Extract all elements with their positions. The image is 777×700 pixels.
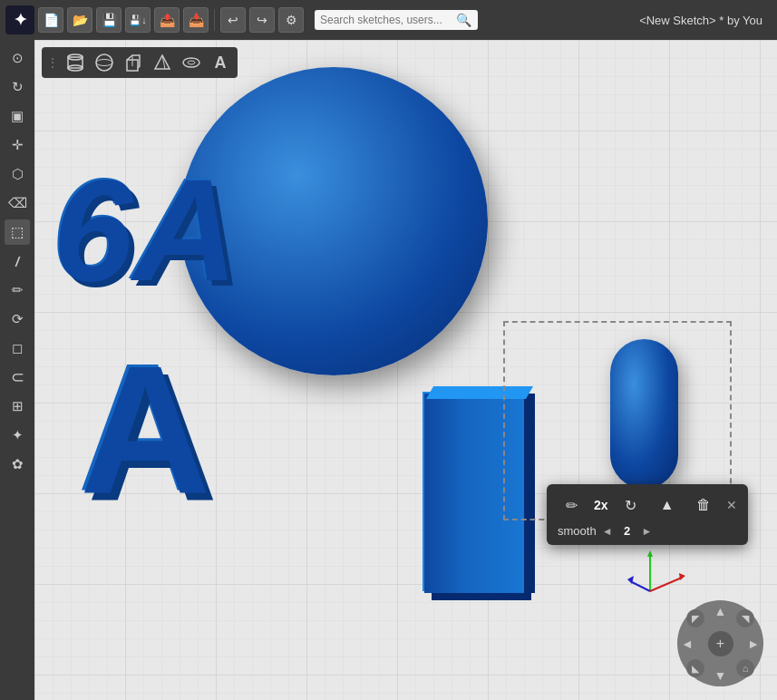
ctx-rotate-button[interactable]: ↻ bbox=[617, 491, 645, 519]
save-button[interactable]: 💾 bbox=[96, 7, 121, 33]
import-button[interactable]: 📥 bbox=[183, 7, 209, 33]
tool-pen[interactable]: / bbox=[5, 248, 30, 274]
nav-arrow-left[interactable]: ◄ bbox=[681, 637, 694, 651]
tool-refresh[interactable]: ⟳ bbox=[5, 306, 30, 332]
tool-magnet[interactable]: ⊂ bbox=[5, 365, 30, 390]
tool-grid[interactable]: ⊞ bbox=[5, 394, 30, 419]
svg-marker-15 bbox=[679, 573, 685, 580]
tool-move[interactable]: ✛ bbox=[5, 132, 30, 158]
smooth-label: smooth bbox=[558, 524, 597, 538]
context-menu-top-row: ✏ 2x ↻ ▲ 🗑 ✕ bbox=[558, 491, 737, 519]
rect-prism-object[interactable] bbox=[424, 394, 524, 593]
shape-toolbar: ⋮ bbox=[42, 47, 238, 78]
tool-extrude[interactable]: ⬡ bbox=[5, 161, 30, 187]
nav-corner-tr[interactable]: ◥ bbox=[736, 609, 754, 627]
ctx-flip-button[interactable]: ▲ bbox=[654, 491, 681, 519]
sketch-title: <New Sketch> * by You bbox=[639, 14, 772, 27]
nav-corner-br[interactable]: ⌂ bbox=[736, 659, 754, 677]
tool-share[interactable]: ✿ bbox=[5, 452, 30, 477]
svg-line-16 bbox=[632, 582, 650, 591]
undo-button[interactable]: ↩ bbox=[220, 7, 246, 33]
ctx-close-button[interactable]: ✕ bbox=[726, 498, 737, 512]
sphere-shape-btn[interactable] bbox=[92, 51, 116, 74]
objects-container: 6A A bbox=[34, 40, 777, 700]
text-a-large-object[interactable]: A bbox=[80, 339, 210, 520]
app-logo: ✦ bbox=[5, 5, 34, 34]
svg-point-6 bbox=[96, 60, 112, 66]
search-container: 🔍 bbox=[315, 10, 478, 30]
pyramid-shape-btn[interactable] bbox=[151, 51, 174, 74]
text3d-shape-btn[interactable]: A bbox=[209, 51, 232, 74]
tool-view3d[interactable]: ⊙ bbox=[5, 45, 30, 71]
new-file-button[interactable]: 📄 bbox=[38, 7, 63, 33]
nav-arrow-right[interactable]: ► bbox=[747, 637, 760, 651]
search-input[interactable] bbox=[320, 14, 456, 26]
nav-cube-body: ▲ ▼ ◄ ► ◤ ◥ ◣ ⌂ + bbox=[677, 600, 763, 686]
context-menu-bottom-row: smooth ◄ 2 ► bbox=[558, 524, 737, 538]
smooth-value: 2 bbox=[618, 524, 636, 538]
ctx-edit-button[interactable]: ✏ bbox=[558, 491, 585, 519]
open-file-button[interactable]: 📂 bbox=[67, 7, 92, 33]
axes-indicator bbox=[614, 537, 686, 609]
nav-cube-center[interactable]: + bbox=[708, 631, 733, 656]
svg-point-11 bbox=[188, 61, 195, 64]
svg-line-14 bbox=[650, 578, 682, 591]
nav-arrow-down[interactable]: ▼ bbox=[714, 668, 727, 683]
context-menu: ✏ 2x ↻ ▲ 🗑 ✕ smooth ◄ 2 ► bbox=[547, 484, 748, 545]
settings-button[interactable]: ⚙ bbox=[278, 7, 304, 33]
svg-point-5 bbox=[96, 54, 112, 71]
tool-shapes[interactable]: ◻ bbox=[5, 335, 30, 361]
tool-draw[interactable]: ✏ bbox=[5, 277, 30, 303]
top-toolbar: ✦ 📄 📂 💾 💾↓ 📤 📥 ↩ ↪ ⚙ 🔍 <New Sketch> * by… bbox=[0, 0, 777, 40]
ctx-count-label: 2x bbox=[594, 498, 608, 512]
drag-handle[interactable]: ⋮ bbox=[47, 56, 58, 69]
viewport[interactable]: ⋮ bbox=[34, 40, 777, 700]
rect-prism-top-face bbox=[426, 386, 533, 399]
save-as-button[interactable]: 💾↓ bbox=[125, 7, 151, 33]
tool-select[interactable]: ⬚ bbox=[5, 219, 30, 245]
separator-1 bbox=[214, 9, 215, 31]
pill-shape-object[interactable] bbox=[610, 339, 678, 489]
smooth-arrow-right[interactable]: ► bbox=[642, 525, 653, 538]
tool-rotate[interactable]: ↻ bbox=[5, 74, 30, 100]
nav-cube[interactable]: ▲ ▼ ◄ ► ◤ ◥ ◣ ⌂ + bbox=[677, 600, 763, 686]
export-button[interactable]: 📤 bbox=[154, 7, 180, 33]
rect-prism-side-face bbox=[522, 394, 535, 593]
redo-button[interactable]: ↪ bbox=[249, 7, 275, 33]
search-icon[interactable]: 🔍 bbox=[456, 13, 471, 27]
cylinder-shape-btn[interactable] bbox=[63, 51, 87, 74]
smooth-arrow-left[interactable]: ◄ bbox=[602, 525, 613, 538]
ctx-delete-button[interactable]: 🗑 bbox=[690, 491, 717, 519]
tool-erase[interactable]: ⌫ bbox=[5, 190, 30, 216]
nav-arrow-up[interactable]: ▲ bbox=[714, 604, 727, 618]
left-sidebar: ⊙ ↻ ▣ ✛ ⬡ ⌫ ⬚ / ✏ ⟳ ◻ ⊂ ⊞ ✦ ✿ bbox=[0, 40, 34, 700]
cube-shape-btn[interactable] bbox=[121, 51, 145, 74]
torus-shape-btn[interactable] bbox=[180, 51, 203, 74]
tool-layers[interactable]: ▣ bbox=[5, 103, 30, 129]
svg-marker-13 bbox=[647, 550, 653, 557]
nav-corner-tl[interactable]: ◤ bbox=[686, 609, 704, 627]
nav-corner-bl[interactable]: ◣ bbox=[686, 659, 704, 677]
text-6a-object[interactable]: 6A bbox=[53, 158, 238, 303]
svg-point-10 bbox=[183, 58, 199, 67]
tool-lighting[interactable]: ✦ bbox=[5, 423, 30, 448]
